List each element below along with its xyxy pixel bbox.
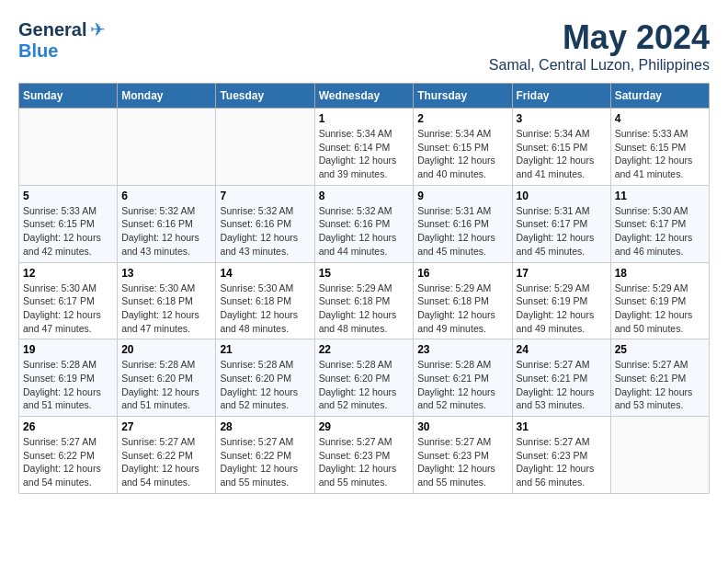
calendar-cell: 27Sunrise: 5:27 AM Sunset: 6:22 PM Dayli… [118,417,216,494]
calendar-cell: 15Sunrise: 5:29 AM Sunset: 6:18 PM Dayli… [314,262,414,339]
week-row-3: 12Sunrise: 5:30 AM Sunset: 6:17 PM Dayli… [19,262,710,339]
calendar-cell [610,417,709,494]
day-number: 23 [417,343,507,356]
calendar-cell [216,109,314,186]
header-saturday: Saturday [610,84,709,109]
header-monday: Monday [118,84,216,109]
day-info: Sunrise: 5:34 AM Sunset: 6:14 PM Dayligh… [319,127,410,181]
day-info: Sunrise: 5:33 AM Sunset: 6:15 PM Dayligh… [615,127,705,181]
calendar-cell: 12Sunrise: 5:30 AM Sunset: 6:17 PM Dayli… [19,262,118,339]
calendar-header: Sunday Monday Tuesday Wednesday Thursday… [19,84,710,109]
calendar-cell: 4Sunrise: 5:33 AM Sunset: 6:15 PM Daylig… [610,109,709,186]
day-info: Sunrise: 5:28 AM Sunset: 6:20 PM Dayligh… [121,358,211,412]
day-number: 20 [121,343,211,356]
week-row-1: 1Sunrise: 5:34 AM Sunset: 6:14 PM Daylig… [19,109,710,186]
logo: General ✈ Blue [18,18,106,62]
header-friday: Friday [512,84,610,109]
calendar-cell: 8Sunrise: 5:32 AM Sunset: 6:16 PM Daylig… [314,185,414,262]
day-info: Sunrise: 5:29 AM Sunset: 6:18 PM Dayligh… [417,282,507,336]
day-info: Sunrise: 5:27 AM Sunset: 6:23 PM Dayligh… [319,435,410,489]
day-number: 8 [319,190,410,202]
day-info: Sunrise: 5:28 AM Sunset: 6:20 PM Dayligh… [220,358,310,412]
calendar-cell: 21Sunrise: 5:28 AM Sunset: 6:20 PM Dayli… [216,339,314,417]
day-info: Sunrise: 5:31 AM Sunset: 6:17 PM Dayligh… [517,204,607,259]
calendar-cell: 14Sunrise: 5:30 AM Sunset: 6:18 PM Dayli… [216,262,314,339]
title-section: May 2024 Samal, Central Luzon, Philippin… [489,18,710,74]
day-number: 16 [417,267,507,280]
day-info: Sunrise: 5:30 AM Sunset: 6:18 PM Dayligh… [121,282,211,336]
day-number: 4 [615,112,705,125]
day-number: 22 [319,343,410,356]
day-number: 5 [23,190,113,202]
day-number: 7 [220,190,310,202]
week-row-2: 5Sunrise: 5:33 AM Sunset: 6:15 PM Daylig… [19,185,710,262]
day-info: Sunrise: 5:33 AM Sunset: 6:15 PM Dayligh… [23,204,113,259]
calendar-cell: 20Sunrise: 5:28 AM Sunset: 6:20 PM Dayli… [118,339,216,417]
day-number: 25 [615,343,705,356]
calendar-cell: 17Sunrise: 5:29 AM Sunset: 6:19 PM Dayli… [512,262,610,339]
calendar-cell: 16Sunrise: 5:29 AM Sunset: 6:18 PM Dayli… [414,262,512,339]
calendar-cell: 1Sunrise: 5:34 AM Sunset: 6:14 PM Daylig… [314,109,414,186]
day-info: Sunrise: 5:27 AM Sunset: 6:22 PM Dayligh… [121,435,211,489]
day-number: 10 [517,190,607,202]
day-number: 11 [615,190,705,202]
day-info: Sunrise: 5:28 AM Sunset: 6:20 PM Dayligh… [319,358,410,412]
day-info: Sunrise: 5:27 AM Sunset: 6:22 PM Dayligh… [220,435,310,489]
calendar-table: Sunday Monday Tuesday Wednesday Thursday… [18,83,710,494]
day-number: 24 [517,343,607,356]
day-info: Sunrise: 5:29 AM Sunset: 6:19 PM Dayligh… [615,282,705,336]
calendar-cell: 13Sunrise: 5:30 AM Sunset: 6:18 PM Dayli… [118,262,216,339]
day-info: Sunrise: 5:34 AM Sunset: 6:15 PM Dayligh… [417,127,507,181]
page-container: General ✈ Blue May 2024 Samal, Central L… [18,18,710,494]
day-number: 9 [417,190,507,202]
day-number: 27 [121,420,211,433]
calendar-cell: 3Sunrise: 5:34 AM Sunset: 6:15 PM Daylig… [512,109,610,186]
calendar-cell: 26Sunrise: 5:27 AM Sunset: 6:22 PM Dayli… [19,417,118,494]
week-row-4: 19Sunrise: 5:28 AM Sunset: 6:19 PM Dayli… [19,339,710,417]
day-number: 3 [517,112,607,125]
day-number: 6 [121,190,211,202]
day-info: Sunrise: 5:34 AM Sunset: 6:15 PM Dayligh… [517,127,607,181]
header: General ✈ Blue May 2024 Samal, Central L… [18,18,710,74]
day-number: 30 [417,420,507,433]
day-info: Sunrise: 5:30 AM Sunset: 6:17 PM Dayligh… [615,204,705,259]
day-info: Sunrise: 5:32 AM Sunset: 6:16 PM Dayligh… [121,204,211,259]
day-info: Sunrise: 5:28 AM Sunset: 6:21 PM Dayligh… [417,358,507,412]
day-info: Sunrise: 5:30 AM Sunset: 6:18 PM Dayligh… [220,282,310,336]
day-number: 31 [517,420,607,433]
day-info: Sunrise: 5:30 AM Sunset: 6:17 PM Dayligh… [23,282,113,336]
calendar-cell: 22Sunrise: 5:28 AM Sunset: 6:20 PM Dayli… [314,339,414,417]
day-info: Sunrise: 5:27 AM Sunset: 6:21 PM Dayligh… [517,358,607,412]
calendar-body: 1Sunrise: 5:34 AM Sunset: 6:14 PM Daylig… [19,109,710,494]
calendar-cell: 25Sunrise: 5:27 AM Sunset: 6:21 PM Dayli… [610,339,709,417]
day-info: Sunrise: 5:28 AM Sunset: 6:19 PM Dayligh… [23,358,113,412]
day-info: Sunrise: 5:31 AM Sunset: 6:16 PM Dayligh… [417,204,507,259]
day-info: Sunrise: 5:32 AM Sunset: 6:16 PM Dayligh… [220,204,310,259]
day-info: Sunrise: 5:27 AM Sunset: 6:21 PM Dayligh… [615,358,705,412]
day-number: 13 [121,267,211,280]
day-info: Sunrise: 5:32 AM Sunset: 6:16 PM Dayligh… [319,204,410,259]
calendar-cell: 10Sunrise: 5:31 AM Sunset: 6:17 PM Dayli… [512,185,610,262]
logo-blue-text: Blue [18,40,58,61]
calendar-cell [118,109,216,186]
location-title: Samal, Central Luzon, Philippines [489,57,710,74]
logo-bird-icon: ✈ [90,18,106,40]
day-info: Sunrise: 5:29 AM Sunset: 6:19 PM Dayligh… [517,282,607,336]
day-number: 12 [23,267,113,280]
day-info: Sunrise: 5:27 AM Sunset: 6:22 PM Dayligh… [23,435,113,489]
calendar-cell: 28Sunrise: 5:27 AM Sunset: 6:22 PM Dayli… [216,417,314,494]
header-tuesday: Tuesday [216,84,314,109]
calendar-cell: 31Sunrise: 5:27 AM Sunset: 6:23 PM Dayli… [512,417,610,494]
calendar-cell: 9Sunrise: 5:31 AM Sunset: 6:16 PM Daylig… [414,185,512,262]
day-number: 19 [23,343,113,356]
calendar-cell: 2Sunrise: 5:34 AM Sunset: 6:15 PM Daylig… [414,109,512,186]
calendar-cell: 19Sunrise: 5:28 AM Sunset: 6:19 PM Dayli… [19,339,118,417]
calendar-cell: 6Sunrise: 5:32 AM Sunset: 6:16 PM Daylig… [118,185,216,262]
day-number: 26 [23,420,113,433]
day-number: 18 [615,267,705,280]
month-title: May 2024 [489,18,710,57]
day-number: 28 [220,420,310,433]
day-info: Sunrise: 5:27 AM Sunset: 6:23 PM Dayligh… [517,435,607,489]
calendar-cell: 11Sunrise: 5:30 AM Sunset: 6:17 PM Dayli… [610,185,709,262]
calendar-cell: 23Sunrise: 5:28 AM Sunset: 6:21 PM Dayli… [414,339,512,417]
